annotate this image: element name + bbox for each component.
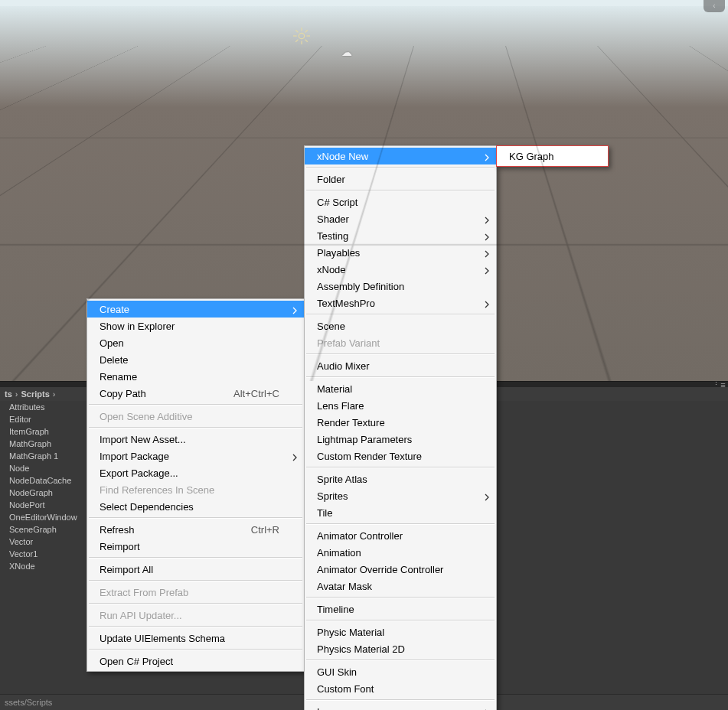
cloud-gizmo[interactable]: ☁ [341,46,352,58]
breadcrumb-part[interactable]: ts [2,389,15,399]
svg-line-6 [305,40,308,42]
context-menu-item[interactable]: Show in Explorer [87,318,304,334]
menu-item-shortcut: Ctrl+R [251,524,279,536]
menu-item-label: Avatar Mask [317,581,472,592]
context-menu-item[interactable]: Select Dependencies [87,498,304,515]
submenu-arrow-icon [484,232,490,239]
create-menu-item[interactable]: Render Texture [305,414,496,431]
create-menu-item[interactable]: C# Script [305,194,496,210]
create-menu-item[interactable]: TextMeshPro [305,295,496,311]
create-menu-item[interactable]: Lightmap Parameters [305,431,496,448]
context-menu-item[interactable]: Reimport All [87,561,304,578]
menu-item-label: Render Texture [317,417,472,428]
create-menu-item[interactable]: Folder [305,171,496,187]
menu-item-label: Timeline [317,604,472,615]
create-menu-item[interactable]: Animator Override Controller [305,561,496,578]
menu-separator [306,467,495,468]
menu-item-label: Sprites [317,490,472,502]
create-menu-item[interactable]: Physics Material 2D [305,640,496,657]
menu-item-label: Copy Path [100,388,211,399]
menu-item-label: Find References In Scene [100,484,279,496]
create-menu-item[interactable]: Assembly Definition [305,278,496,295]
create-menu-item[interactable]: Animation [305,544,496,561]
create-menu-item[interactable]: Audio Mixer [305,357,496,374]
create-submenu: xNode NewFolderC# ScriptShaderTestingPla… [304,145,497,710]
menu-separator [306,597,495,598]
create-menu-item[interactable]: Scene [305,318,496,334]
create-menu-item[interactable]: Animator Controller [305,527,496,544]
create-menu-item[interactable]: Testing [305,227,496,244]
menu-item-label: Lightmap Parameters [317,434,472,445]
create-menu-item[interactable]: Lens Flare [305,397,496,414]
menu-separator [89,580,302,581]
context-menu-item[interactable]: RefreshCtrl+R [87,521,304,538]
create-menu-item[interactable]: xNode New [305,148,496,164]
create-menu-item[interactable]: xNode [305,261,496,278]
create-menu-item[interactable]: Timeline [305,601,496,617]
context-menu-item[interactable]: Copy PathAlt+Ctrl+C [87,385,304,402]
context-menu-item[interactable]: Open C# Project [87,653,304,669]
menu-item-label: Refresh [100,524,228,536]
context-menu-item[interactable]: Open [87,334,304,351]
menu-item-label: Physic Material [317,627,472,638]
menu-item-label: Show in Explorer [100,321,279,332]
context-menu-item[interactable]: Import Package [87,448,304,464]
menu-item-label: C# Script [317,197,472,208]
menu-item-label: Run API Updater... [100,610,279,621]
menu-separator [89,404,302,405]
create-menu-item[interactable]: Playables [305,244,496,261]
create-menu-item[interactable]: Legacy [305,703,496,710]
create-menu-item[interactable]: Avatar Mask [305,578,496,594]
create-menu-item[interactable]: Material [305,380,496,397]
orientation-gizmo-tab[interactable]: ‹ [704,0,725,12]
menu-item-label: Open [100,337,279,349]
menu-item-label: Scene [317,321,472,332]
create-menu-item[interactable]: Sprite Atlas [305,471,496,487]
gizmo-handle-label: ‹ [713,2,715,10]
menu-separator [89,626,302,627]
project-context-menu: CreateShow in ExplorerOpenDeleteRenameCo… [87,298,305,672]
create-menu-item[interactable]: Sprites [305,487,496,504]
menu-separator [89,517,302,519]
context-menu-item[interactable]: Delete [87,351,304,368]
menu-separator [89,557,302,559]
chevron-right-icon: › [53,389,56,399]
menu-item-label: TextMeshPro [317,298,472,309]
breadcrumb-part[interactable]: Scripts [18,389,52,399]
menu-separator [89,649,302,650]
create-menu-item[interactable]: Custom Font [305,680,496,697]
create-menu-item[interactable]: Custom Render Texture [305,448,496,464]
create-menu-item[interactable]: Tile [305,504,496,521]
create-menu-item[interactable]: Shader [305,210,496,227]
create-menu-item[interactable]: Physic Material [305,624,496,640]
menu-item-label: Reimport All [100,564,279,575]
menu-item-label: Select Dependencies [100,501,279,513]
chevron-right-icon: › [15,389,18,399]
menu-separator [306,376,495,378]
context-menu-item[interactable]: Import New Asset... [87,431,304,448]
directional-light-gizmo[interactable] [293,28,310,44]
submenu-arrow-icon [292,452,298,460]
menu-item-label: Legacy [317,706,472,711]
context-menu-item[interactable]: Create [87,301,304,318]
menu-separator [306,190,495,191]
menu-item-shortcut: Alt+Ctrl+C [233,388,279,399]
context-menu-item[interactable]: Update UIElements Schema [87,630,304,646]
menu-item-label: Folder [317,174,472,185]
context-menu-item[interactable]: Export Package... [87,464,304,481]
menu-item-label: Audio Mixer [317,360,472,372]
context-menu-item: Run API Updater... [87,607,304,624]
context-menu-item[interactable]: Rename [87,368,304,385]
menu-item-label: Create [100,304,279,315]
context-menu-item[interactable]: Reimport [87,538,304,555]
create-menu-item[interactable]: GUI Skin [305,663,496,680]
svg-line-8 [295,40,298,42]
menu-item-label: xNode New [317,151,472,162]
context-menu-item: Find References In Scene [87,481,304,498]
menu-item-label: Animation [317,547,472,559]
scene-grid [0,0,728,46]
xnode-new-menu-item[interactable]: KG Graph [497,148,608,164]
context-menu-item: Extract From Prefab [87,584,304,601]
menu-separator [306,699,495,701]
menu-separator [306,314,495,315]
